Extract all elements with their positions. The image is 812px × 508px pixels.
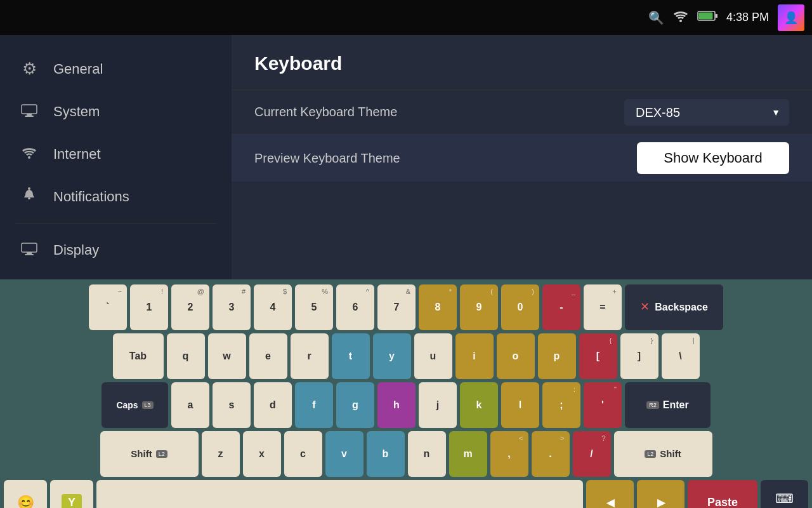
keyboard-theme-dropdown-wrap: DEX-85 Default Dark Light — [624, 99, 789, 126]
sidebar: ⚙ General System Inte — [0, 35, 232, 279]
main-layout: ⚙ General System Inte — [0, 35, 812, 279]
key-rbracket[interactable]: } ] — [620, 333, 658, 379]
key-a[interactable]: a — [171, 382, 209, 428]
key-m[interactable]: m — [449, 431, 487, 477]
key-9[interactable]: ( 9 — [460, 284, 498, 330]
key-q[interactable]: q — [167, 333, 205, 379]
key-arrow-left[interactable]: ◀ — [586, 480, 634, 508]
key-enter[interactable]: R2 Enter — [625, 382, 710, 428]
avatar[interactable]: 👤 — [778, 4, 804, 31]
key-caps[interactable]: Caps L3 — [102, 382, 168, 428]
key-emoji[interactable]: 😊 — [4, 480, 47, 508]
key-space[interactable] — [96, 480, 583, 508]
svg-text:👤: 👤 — [784, 11, 799, 25]
keyboard-theme-label: Current Keyboard Theme — [254, 105, 624, 119]
key-i[interactable]: i — [455, 333, 494, 379]
key-period[interactable]: > . — [532, 431, 570, 477]
key-d[interactable]: d — [254, 382, 292, 428]
key-h[interactable]: h — [377, 382, 416, 428]
key-r[interactable]: r — [291, 333, 329, 379]
keyboard-row-4: Shift L2 z x c v b n m < , > . ? / L2 Sh… — [4, 431, 808, 477]
search-icon[interactable]: 🔍 — [648, 10, 664, 25]
key-w[interactable]: w — [208, 333, 246, 379]
key-x[interactable]: x — [243, 431, 281, 477]
key-quote[interactable]: " ' — [584, 382, 622, 428]
show-keyboard-button[interactable]: Show Keyboard — [637, 142, 789, 174]
key-tab[interactable]: Tab — [113, 333, 164, 379]
key-b[interactable]: b — [367, 431, 405, 477]
key-4[interactable]: $ 4 — [254, 284, 292, 330]
keyboard-theme-select[interactable]: DEX-85 Default Dark Light — [624, 99, 789, 126]
key-8[interactable]: * 8 — [419, 284, 457, 330]
keyboard-row-5: 😊 Y ◀ ▶ Paste ⌨ ▼ — [4, 480, 808, 508]
svg-rect-2 — [716, 14, 717, 18]
key-j[interactable]: j — [419, 382, 457, 428]
sidebar-item-system[interactable]: System — [0, 90, 232, 133]
svg-rect-12 — [22, 243, 37, 252]
sidebar-item-internet[interactable]: Internet — [0, 133, 232, 175]
key-7[interactable]: & 7 — [377, 284, 416, 330]
preview-keyboard-row: Preview Keyboard Theme Show Keyboard — [232, 134, 812, 182]
key-v[interactable]: v — [325, 431, 363, 477]
sidebar-divider — [15, 223, 216, 224]
key-keyboard-icon[interactable]: ⌨ ▼ — [761, 480, 808, 508]
keyboard-row-1: ~ ` ! 1 @ 2 # 3 $ 4 % 5 ^ 6 & 7 — [4, 284, 808, 330]
key-k[interactable]: k — [460, 382, 498, 428]
keyboard-row-2: Tab q w e r t y u i o p { [ } ] | \ — [4, 333, 808, 379]
key-shift-right[interactable]: L2 Shift — [614, 431, 712, 477]
key-5[interactable]: % 5 — [295, 284, 333, 330]
svg-rect-13 — [27, 252, 32, 254]
key-lbracket[interactable]: { [ — [579, 333, 617, 379]
key-z[interactable]: z — [202, 431, 240, 477]
gear-icon: ⚙ — [19, 59, 39, 79]
key-comma[interactable]: < , — [490, 431, 528, 477]
content-area: Keyboard Current Keyboard Theme DEX-85 D… — [232, 35, 812, 279]
key-y-btn[interactable]: Y — [50, 480, 93, 508]
preview-keyboard-label: Preview Keyboard Theme — [254, 151, 637, 166]
key-equals[interactable]: + = — [584, 284, 622, 330]
key-l[interactable]: l — [501, 382, 539, 428]
key-tilde[interactable]: ~ ` — [89, 284, 127, 330]
notifications-icon — [19, 187, 39, 206]
key-minus[interactable]: _ - — [542, 284, 580, 330]
sidebar-item-display[interactable]: Display — [0, 229, 232, 271]
keyboard-row-3: Caps L3 a s d f g h j k l : ; " ' R2 Ent… — [4, 382, 808, 428]
key-u[interactable]: u — [414, 333, 452, 379]
key-shift-left[interactable]: Shift L2 — [100, 431, 199, 477]
svg-rect-6 — [22, 105, 37, 114]
key-backslash[interactable]: | \ — [662, 333, 700, 379]
key-t[interactable]: t — [332, 333, 370, 379]
key-p[interactable]: p — [538, 333, 576, 379]
svg-rect-7 — [27, 114, 32, 116]
key-semicolon[interactable]: : ; — [542, 382, 580, 428]
key-c[interactable]: c — [284, 431, 322, 477]
sidebar-label-general: General — [53, 61, 103, 77]
battery-icon — [697, 10, 717, 25]
key-y[interactable]: y — [373, 333, 411, 379]
key-paste[interactable]: Paste — [688, 480, 757, 508]
key-f[interactable]: f — [295, 382, 333, 428]
sidebar-item-notifications[interactable]: Notifications — [0, 175, 232, 218]
page-title: Keyboard — [232, 35, 812, 90]
clock: 4:38 PM — [726, 11, 769, 24]
key-backspace[interactable]: ✕ Backspace — [625, 284, 723, 330]
svg-rect-14 — [25, 254, 34, 255]
sidebar-item-general[interactable]: ⚙ General — [0, 48, 232, 90]
key-s[interactable]: s — [213, 382, 251, 428]
keyboard-theme-row: Current Keyboard Theme DEX-85 Default Da… — [232, 90, 812, 134]
key-slash[interactable]: ? / — [573, 431, 611, 477]
key-2[interactable]: @ 2 — [171, 284, 209, 330]
key-6[interactable]: ^ 6 — [336, 284, 374, 330]
key-e[interactable]: e — [249, 333, 287, 379]
key-0[interactable]: ) 0 — [501, 284, 539, 330]
key-o[interactable]: o — [497, 333, 535, 379]
key-3[interactable]: # 3 — [213, 284, 251, 330]
key-n[interactable]: n — [408, 431, 446, 477]
wifi-icon — [673, 10, 688, 25]
key-arrow-right[interactable]: ▶ — [637, 480, 684, 508]
sidebar-label-internet: Internet — [53, 146, 101, 163]
sidebar-label-notifications: Notifications — [53, 189, 129, 205]
key-g[interactable]: g — [336, 382, 374, 428]
svg-point-0 — [679, 20, 682, 22]
key-1[interactable]: ! 1 — [130, 284, 168, 330]
